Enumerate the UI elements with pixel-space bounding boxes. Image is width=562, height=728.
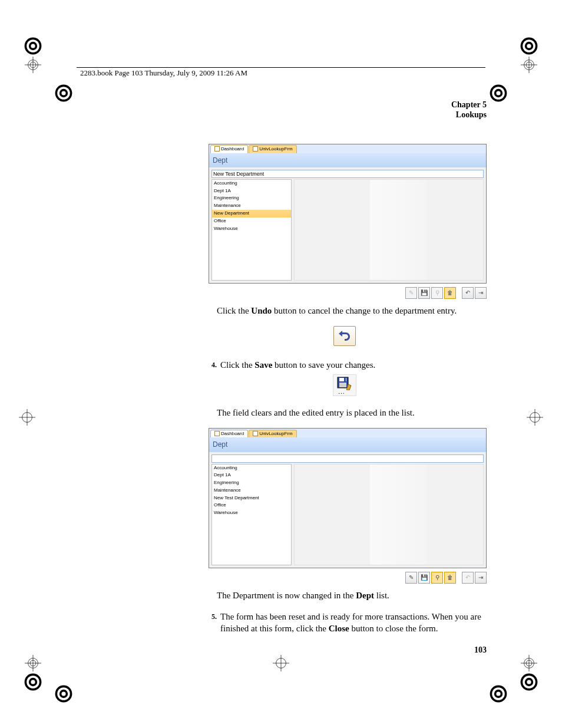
- undo-button[interactable]: ↶: [462, 287, 474, 299]
- paragraph: The field clears and the edited entry is…: [217, 407, 487, 419]
- corner-target-icon: [22, 671, 44, 693]
- corner-target-icon: [488, 83, 509, 104]
- list-panel: AccountingDept 1AEngineeringMaintenanceN…: [209, 179, 486, 283]
- text-bold: Dept: [356, 591, 374, 600]
- svg-point-48: [496, 91, 500, 95]
- form-title: Dept: [209, 153, 486, 167]
- svg-point-32: [527, 44, 531, 48]
- dept-list[interactable]: AccountingDept 1AEngineeringMaintenanceN…: [211, 179, 292, 281]
- tab-dashboard[interactable]: Dashboard: [210, 145, 248, 153]
- step-5: 5. The form has been reset and is ready …: [203, 611, 487, 635]
- crop-mark-icon: [521, 655, 537, 671]
- page-content: Chapter 5 Lookups Dashboard UnivLookupFr…: [203, 100, 487, 656]
- chapter-heading: Chapter 5 Lookups: [203, 100, 487, 120]
- text-bold: Undo: [251, 306, 272, 315]
- new-button[interactable]: ✎: [405, 287, 417, 299]
- dept-list[interactable]: AccountingDept 1AEngineeringMaintenanceN…: [211, 464, 292, 565]
- undo-button[interactable]: ↶: [462, 572, 474, 584]
- tab-label: UnivLookupFrm: [259, 146, 292, 151]
- svg-point-56: [496, 691, 500, 696]
- delete-button[interactable]: 🗑: [444, 287, 456, 299]
- crop-mark-icon: [273, 655, 289, 671]
- save-button[interactable]: 💾: [418, 287, 430, 299]
- toolbar-spacer: [457, 572, 461, 584]
- chapter-number: Chapter 5: [203, 100, 487, 110]
- list-item[interactable]: Accounting: [212, 465, 291, 472]
- text-bold: Save: [254, 360, 272, 370]
- corner-target-icon: [22, 35, 44, 57]
- paragraph: Click the Undo button to cancel the chan…: [217, 305, 487, 317]
- close-button[interactable]: ⇥: [475, 287, 487, 299]
- list-empty-area: [294, 464, 484, 565]
- svg-point-44: [61, 91, 65, 95]
- step-4: 4. Click the Save button to save your ch…: [203, 359, 487, 371]
- text: button to close the form.: [349, 624, 438, 633]
- save-button-illustration: …: [333, 374, 356, 396]
- toolbar: ✎ 💾 ⚲ 🗑 ↶ ⇥: [203, 287, 487, 299]
- svg-rect-59: [344, 378, 346, 381]
- crop-mark-icon: [527, 409, 543, 426]
- toolbar: ✎ 💾 ⚲ 🗑 ↶ ⇥: [203, 572, 487, 584]
- list-item[interactable]: Accounting: [212, 180, 291, 187]
- tab-label: Dashboard: [221, 431, 244, 436]
- svg-rect-60: [339, 383, 346, 387]
- filter-button[interactable]: ⚲: [431, 287, 443, 299]
- list-item[interactable]: Office: [212, 502, 291, 509]
- form-title: Dept: [209, 437, 486, 452]
- toolbar-spacer: [457, 287, 461, 299]
- filter-button[interactable]: ⚲: [431, 572, 443, 584]
- svg-point-28: [31, 44, 35, 48]
- text-bold: Close: [329, 624, 349, 633]
- list-item[interactable]: Warehouse: [212, 509, 291, 517]
- page-number: 103: [203, 645, 487, 656]
- list-empty-area: [294, 179, 484, 281]
- list-item[interactable]: Engineering: [212, 479, 291, 487]
- corner-target-icon: [488, 683, 509, 704]
- crop-mark-icon: [19, 409, 35, 426]
- list-item[interactable]: New Test Department: [212, 495, 291, 502]
- chapter-title: Lookups: [203, 110, 487, 120]
- corner-target-icon: [53, 83, 74, 104]
- save-button[interactable]: 💾: [418, 572, 430, 584]
- text: Click the: [217, 306, 251, 315]
- svg-point-36: [31, 680, 35, 684]
- crop-mark-icon: [25, 57, 41, 73]
- list-item[interactable]: Dept 1A: [212, 187, 291, 195]
- list-item[interactable]: New Department: [212, 210, 291, 218]
- screenshot-dept-edit: Dashboard UnivLookupFrm Dept AccountingD…: [209, 144, 487, 284]
- tab-univlookupfrm[interactable]: UnivLookupFrm: [249, 145, 296, 153]
- delete-button[interactable]: 🗑: [444, 572, 456, 584]
- dept-name-input[interactable]: [211, 170, 484, 178]
- screenshot-dept-saved: Dashboard UnivLookupFrm Dept AccountingD…: [209, 428, 487, 568]
- tab-dashboard[interactable]: Dashboard: [210, 430, 248, 438]
- filter-row: [209, 167, 486, 179]
- corner-target-icon: [518, 671, 540, 693]
- svg-point-52: [61, 691, 65, 696]
- list-item[interactable]: Maintenance: [212, 202, 291, 210]
- paragraph: The Department is now changed in the Dep…: [217, 589, 487, 601]
- step-number: 5.: [203, 611, 217, 635]
- filter-row: [209, 452, 486, 464]
- dept-name-input[interactable]: [211, 454, 484, 463]
- new-button[interactable]: ✎: [405, 572, 417, 584]
- tab-univlookupfrm[interactable]: UnivLookupFrm: [249, 430, 296, 438]
- svg-point-40: [527, 680, 531, 684]
- crop-mark-icon: [521, 57, 537, 73]
- list-item[interactable]: Maintenance: [212, 487, 291, 495]
- list-panel: AccountingDept 1AEngineeringMaintenanceN…: [209, 464, 486, 568]
- undo-button-illustration: [333, 326, 356, 346]
- text: Click the: [220, 360, 254, 370]
- tab-strip: Dashboard UnivLookupFrm: [209, 144, 486, 153]
- close-button[interactable]: ⇥: [475, 572, 487, 584]
- running-header: 2283.book Page 103 Thursday, July 9, 200…: [80, 68, 247, 78]
- step-number: 4.: [203, 359, 217, 371]
- list-item[interactable]: Office: [212, 218, 291, 225]
- list-item[interactable]: Warehouse: [212, 225, 291, 233]
- list-item[interactable]: Dept 1A: [212, 472, 291, 479]
- header-rule: [77, 67, 485, 68]
- crop-mark-icon: [25, 655, 41, 671]
- corner-target-icon: [518, 35, 540, 57]
- text: The Department is now changed in the: [217, 591, 356, 600]
- list-item[interactable]: Engineering: [212, 195, 291, 202]
- tab-label: UnivLookupFrm: [259, 431, 292, 436]
